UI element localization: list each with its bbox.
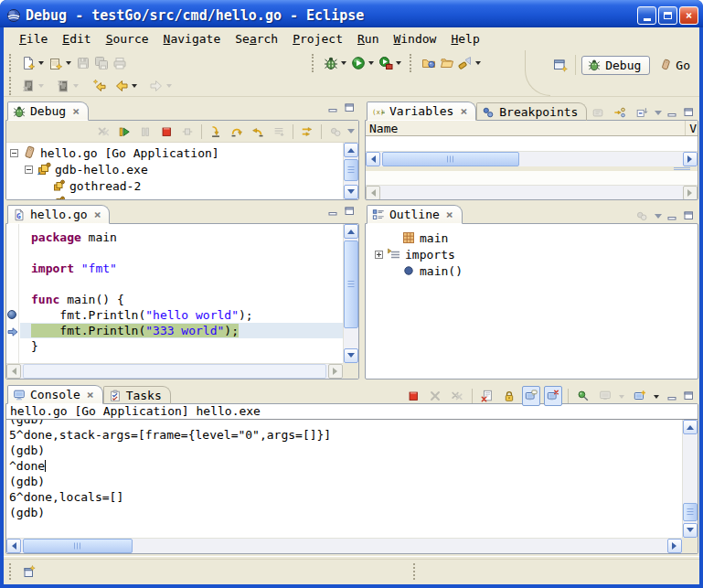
view-menu-chevron[interactable] xyxy=(347,129,355,134)
link-with-editor-button[interactable] xyxy=(633,206,651,226)
scroll-thumb[interactable] xyxy=(344,241,358,328)
code-line[interactable]: package main xyxy=(20,230,343,245)
save-button[interactable] xyxy=(74,53,92,73)
remove-all-terminated-button[interactable] xyxy=(94,122,112,142)
menu-edit[interactable]: Edit xyxy=(56,30,97,48)
open-resource-button[interactable] xyxy=(420,53,438,73)
forward-dropdown[interactable] xyxy=(166,84,172,91)
maximize-view-button[interactable] xyxy=(682,390,695,401)
terminate-button[interactable] xyxy=(404,386,422,406)
menu-window[interactable]: Window xyxy=(387,30,442,48)
tab-tasks[interactable]: Tasks xyxy=(103,386,171,404)
last-edit-location-button[interactable] xyxy=(91,76,109,96)
open-console-button[interactable] xyxy=(631,386,649,406)
instruction-pointer-marker[interactable] xyxy=(7,326,18,339)
toolbar-handle[interactable] xyxy=(410,54,416,72)
minimize-view-button[interactable] xyxy=(666,390,678,401)
scroll-thumb[interactable] xyxy=(382,152,519,166)
show-console-on-stderr-button[interactable] xyxy=(544,386,562,406)
run-button[interactable] xyxy=(349,53,367,73)
scroll-right-button[interactable] xyxy=(683,152,698,166)
back-button[interactable] xyxy=(112,76,131,96)
close-button[interactable]: × xyxy=(679,6,698,25)
scroll-down-button[interactable] xyxy=(344,348,358,363)
search-dropdown[interactable] xyxy=(475,61,481,68)
editor-vscrollbar[interactable] xyxy=(343,224,358,363)
run-external-tools-dropdown[interactable] xyxy=(396,61,401,68)
show-type-names-button[interactable] xyxy=(589,102,607,123)
scroll-left-button[interactable] xyxy=(6,539,21,553)
code-line[interactable]: fmt.Println("333 world"); xyxy=(20,323,343,338)
collapse-all-button[interactable] xyxy=(633,102,651,123)
maximize-view-button[interactable] xyxy=(343,102,356,113)
pin-console-button[interactable] xyxy=(574,386,592,406)
use-step-filters-button[interactable] xyxy=(298,122,316,142)
fast-view-button[interactable] xyxy=(20,561,38,582)
tree-expander[interactable] xyxy=(25,166,33,174)
step-over-button[interactable] xyxy=(228,122,246,142)
maximize-view-button[interactable] xyxy=(343,206,356,217)
drop-to-frame-button[interactable] xyxy=(270,122,288,142)
close-tab-icon[interactable]: × xyxy=(460,107,467,116)
open-folder-button[interactable] xyxy=(438,53,456,73)
editor-hscrollbar[interactable] xyxy=(6,363,343,379)
toolbar-handle[interactable] xyxy=(312,54,318,72)
minimize-view-button[interactable] xyxy=(326,102,339,113)
close-tab-icon[interactable]: × xyxy=(87,390,94,400)
display-console-dropdown[interactable] xyxy=(619,395,624,401)
forward-button[interactable] xyxy=(147,76,165,96)
next-annotation-dropdown[interactable] xyxy=(38,84,44,91)
new-wizard-button[interactable] xyxy=(19,53,37,73)
console-hscrollbar[interactable] xyxy=(6,538,682,553)
open-perspective-button[interactable] xyxy=(551,55,570,75)
scroll-up-button[interactable] xyxy=(344,224,358,239)
maximize-view-button[interactable] xyxy=(682,210,695,221)
step-into-button[interactable] xyxy=(207,122,225,142)
scroll-right-button[interactable] xyxy=(683,186,698,200)
statusbar-handle[interactable] xyxy=(9,563,15,580)
code-line[interactable]: fmt.Println("hello world"); xyxy=(20,307,343,323)
tab-console[interactable]: Console × xyxy=(7,385,103,404)
remove-launch-button[interactable] xyxy=(426,386,444,406)
value-column-header[interactable]: V xyxy=(685,121,697,135)
close-tab-icon[interactable]: × xyxy=(94,210,101,219)
tree-expander[interactable] xyxy=(375,251,383,259)
debug-tree-vscrollbar[interactable] xyxy=(343,143,358,199)
run-external-tools-button[interactable] xyxy=(377,53,395,73)
step-return-button[interactable] xyxy=(249,122,267,142)
terminate-button[interactable] xyxy=(157,122,176,142)
previous-annotation-dropdown[interactable] xyxy=(73,84,79,91)
scroll-lock-button[interactable] xyxy=(500,386,518,406)
minimize-view-button[interactable] xyxy=(326,206,339,217)
scroll-thumb[interactable] xyxy=(23,364,326,379)
variables-detail-sash[interactable] xyxy=(366,166,698,171)
scroll-down-button[interactable] xyxy=(344,185,358,199)
scroll-left-button[interactable] xyxy=(366,152,380,166)
print-button[interactable] xyxy=(111,53,129,73)
next-annotation-button[interactable] xyxy=(19,76,37,96)
variables-hscrollbar[interactable] xyxy=(366,151,698,166)
tab-hello-go[interactable]: G hello.go × xyxy=(7,205,110,224)
console-vscrollbar[interactable] xyxy=(682,420,698,538)
menu-search[interactable]: Search xyxy=(229,30,284,48)
outline-tree-row[interactable]: main() xyxy=(371,262,698,279)
minimize-button[interactable] xyxy=(637,6,656,25)
outline-tree-row[interactable]: main xyxy=(371,230,698,246)
scroll-thumb[interactable] xyxy=(23,539,133,553)
scroll-left-button[interactable] xyxy=(6,364,21,379)
new-element-button[interactable] xyxy=(47,53,65,73)
toolbar-handle[interactable] xyxy=(9,54,16,72)
menu-help[interactable]: Help xyxy=(444,30,485,48)
view-menu-chevron[interactable] xyxy=(655,214,662,219)
minimize-view-button[interactable] xyxy=(666,107,678,118)
minimize-view-button[interactable] xyxy=(666,210,678,221)
resume-button[interactable] xyxy=(115,122,133,142)
breakpoint-marker[interactable] xyxy=(7,310,16,319)
variables-detail-hscrollbar[interactable] xyxy=(366,185,698,200)
tab-debug[interactable]: Debug × xyxy=(7,102,89,121)
close-tab-icon[interactable]: × xyxy=(446,210,453,219)
view-management-button[interactable] xyxy=(326,122,345,142)
show-logical-structure-button[interactable] xyxy=(611,102,629,123)
remove-all-terminated-button[interactable] xyxy=(448,386,466,406)
scroll-up-button[interactable] xyxy=(344,143,358,157)
